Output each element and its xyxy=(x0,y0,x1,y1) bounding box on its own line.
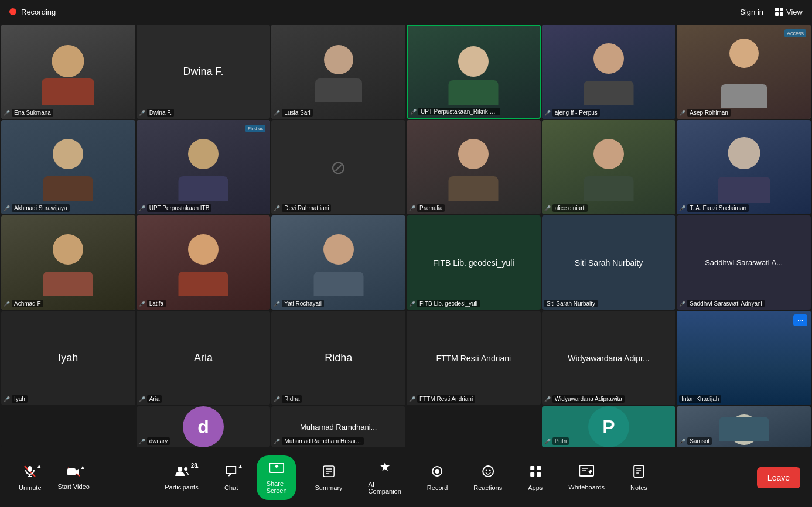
svg-rect-5 xyxy=(67,468,76,475)
video-cell: 🎤 ajeng ff - Perpus xyxy=(542,25,676,119)
mute-icon: 🎤 xyxy=(4,205,10,211)
toolbar-left: ▲ Unmute ▲ Start Video xyxy=(12,460,97,496)
chat-label: Chat xyxy=(224,484,238,491)
video-cell: P 🎤 Putri xyxy=(542,406,676,447)
video-cell: 🎤 Latifa xyxy=(137,215,271,310)
ai-companion-label: AI Companion xyxy=(369,481,401,495)
mute-icon: 🎤 xyxy=(274,439,280,444)
video-cell-active: 🎤 UPT Perpustakaan_Rikrik Sundari xyxy=(407,25,541,119)
mute-icon: 🎤 xyxy=(4,301,10,307)
video-cell: Access 🎤 Asep Rohiman xyxy=(677,25,811,119)
svg-rect-25 xyxy=(634,465,643,477)
video-cell-empty xyxy=(407,406,541,447)
participant-name: dwi ary xyxy=(147,437,170,445)
toolbar-center: 28 ▲ Participants ▲ Chat xyxy=(158,455,654,500)
participant-name: Asep Rohiman xyxy=(687,109,731,117)
participant-name: Pramulia xyxy=(417,204,445,212)
mute-icon: 🎤 xyxy=(409,205,415,211)
notes-button[interactable]: Notes xyxy=(623,460,654,496)
participant-name: Dwina F. xyxy=(147,109,174,117)
ai-companion-button[interactable]: AI Companion xyxy=(361,456,408,499)
participant-avatar: P xyxy=(588,406,629,447)
video-cell: 🎤 alice diniarti xyxy=(542,120,676,214)
start-video-label: Start Video xyxy=(58,483,90,490)
video-cell-empty xyxy=(1,406,135,447)
svg-rect-1 xyxy=(28,466,32,472)
participant-name: Intan Khadijah xyxy=(679,395,721,403)
chat-button[interactable]: ▲ Chat xyxy=(217,460,245,496)
video-cell: Dwina F. 🎤 Dwina F. xyxy=(137,25,271,119)
video-cell: Find us 🎤 UPT Perpustakaan ITB xyxy=(137,120,271,214)
participants-label: Participants xyxy=(165,484,198,491)
start-video-button[interactable]: ▲ Start Video xyxy=(51,461,97,495)
name-display: Widyawardana Adipr... xyxy=(568,354,649,363)
participant-name: alice diniarti xyxy=(552,204,588,212)
apps-button[interactable]: Apps xyxy=(521,460,550,496)
participant-name: Akhmadi Surawijaya xyxy=(12,204,70,212)
participant-name: Aria xyxy=(147,395,162,403)
video-cell: Widyawardana Adipr... 🎤 Widyawardana Adi… xyxy=(542,311,676,405)
notes-icon xyxy=(632,464,646,482)
participant-name: Lusia Sari xyxy=(282,109,312,117)
mute-icon: 🎤 xyxy=(139,439,145,444)
participants-chevron: ▲ xyxy=(195,464,200,470)
unmute-chevron: ▲ xyxy=(36,463,42,469)
unmute-button[interactable]: ▲ Unmute xyxy=(12,460,49,496)
video-cell: 🎤 T. A. Fauzi Soelaiman xyxy=(677,120,811,214)
svg-rect-19 xyxy=(537,466,541,470)
chat-chevron: ▲ xyxy=(238,463,243,469)
recording-label: Recording xyxy=(21,8,56,16)
more-options-button[interactable]: ··· xyxy=(793,314,807,326)
mute-icon: 🎤 xyxy=(679,110,685,116)
video-grid: 🎤 Ena Sukmana Dwina F. 🎤 Dwina F. 🎤 Lusi… xyxy=(0,23,812,448)
reactions-button[interactable]: Reactions xyxy=(466,460,509,496)
mute-icon: 🎤 xyxy=(409,396,415,402)
toolbar: ▲ Unmute ▲ Start Video xyxy=(0,448,812,507)
video-cell: ⊘ 🎤 Devi Rahmattiani xyxy=(271,120,405,214)
video-cell: 🎤 Achmad F xyxy=(1,215,135,310)
participant-name: Saddhwi Saraswati Adnyani xyxy=(687,300,764,307)
svg-point-6 xyxy=(178,467,182,471)
apps-label: Apps xyxy=(528,484,543,491)
mute-icon: 🎤 xyxy=(139,301,145,307)
participant-name: FTTM Resti Andriani xyxy=(417,395,475,403)
name-display: Aria xyxy=(194,352,213,364)
mute-icon: 🎤 xyxy=(544,205,551,211)
share-screen-button[interactable]: Share Screen xyxy=(257,455,296,500)
camera-off-icon: ⊘ xyxy=(330,156,346,179)
chat-icon: ▲ xyxy=(224,464,238,482)
participants-button[interactable]: 28 ▲ Participants xyxy=(158,460,205,495)
record-button[interactable]: Record xyxy=(420,460,455,496)
video-cell: d 🎤 dwi ary xyxy=(137,406,271,447)
summary-button[interactable]: Summary xyxy=(308,460,350,496)
summary-icon xyxy=(322,464,336,482)
mute-icon: 🎤 xyxy=(679,301,685,307)
whiteboards-label: Whiteboards xyxy=(568,484,605,491)
mute-icon: 🎤 xyxy=(139,396,145,402)
name-display: FTTM Resti Andriani xyxy=(436,354,511,363)
view-button[interactable]: View xyxy=(775,8,803,16)
participant-name: T. A. Fauzi Soelaiman xyxy=(687,204,749,212)
mute-icon: 🎤 xyxy=(409,301,415,307)
participant-name: Samsol xyxy=(687,437,711,445)
toolbar-right: Leave xyxy=(757,467,800,488)
sign-in-button[interactable]: Sign in xyxy=(740,8,763,16)
name-display: Iyah xyxy=(58,352,78,364)
reactions-icon xyxy=(481,464,495,482)
participant-name: UPT Perpustakaan_Rikrik Sundari xyxy=(418,108,500,115)
mute-icon: 🎤 xyxy=(544,439,551,444)
mute-icon: 🎤 xyxy=(274,301,280,307)
record-icon xyxy=(431,464,445,482)
video-cell: Siti Sarah Nurbaity Siti Sarah Nurbaity xyxy=(542,215,676,310)
video-cell: Iyah 🎤 Iyah xyxy=(1,311,135,405)
video-cell: Ridha 🎤 Ridha xyxy=(271,311,405,405)
svg-rect-21 xyxy=(537,472,541,477)
leave-button[interactable]: Leave xyxy=(757,467,800,488)
mute-icon: 🎤 xyxy=(544,110,551,116)
whiteboards-button[interactable]: Whiteboards xyxy=(561,460,612,495)
microphone-icon: ▲ xyxy=(23,464,37,482)
video-cell: 🎤 Yati Rochayati xyxy=(271,215,405,310)
mute-icon: 🎤 xyxy=(4,110,10,116)
mute-icon: 🎤 xyxy=(679,205,685,211)
mute-icon: 🎤 xyxy=(544,396,551,402)
